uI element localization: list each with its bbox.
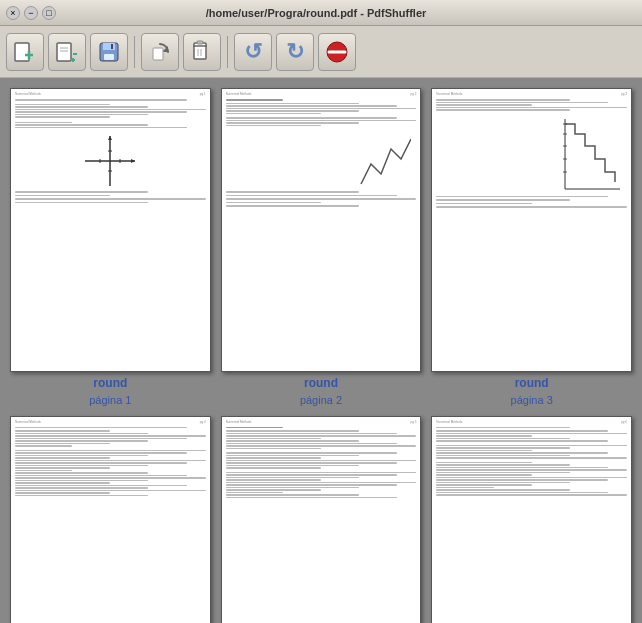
page-thumb-5[interactable]: Numerical Methodspg 5 <box>221 416 422 623</box>
svg-rect-7 <box>103 43 115 50</box>
minimize-button[interactable]: − <box>24 6 38 20</box>
svg-rect-8 <box>104 54 114 60</box>
page-thumb-4[interactable]: Numerical Methodspg 4 <box>10 416 211 623</box>
title-bar: × − □ /home/user/Progra/round.pdf - PdfS… <box>0 0 642 26</box>
page-item-5[interactable]: Numerical Methodspg 5 <box>221 416 422 623</box>
pages-grid: Numerical Methodspg 1 <box>0 78 642 623</box>
add-button[interactable] <box>6 33 44 71</box>
add-end-button[interactable] <box>48 33 86 71</box>
save-button[interactable] <box>90 33 128 71</box>
svg-rect-3 <box>57 43 71 61</box>
close-button[interactable]: × <box>6 6 20 20</box>
separator-1 <box>134 36 135 68</box>
svg-rect-11 <box>153 48 163 60</box>
window-controls[interactable]: × − □ <box>6 6 56 20</box>
svg-marker-20 <box>131 159 135 163</box>
svg-rect-9 <box>111 44 113 49</box>
rotate-cw-button[interactable] <box>141 33 179 71</box>
stop-button[interactable] <box>318 33 356 71</box>
svg-rect-0 <box>15 43 29 61</box>
undo-button[interactable]: ↺ <box>234 33 272 71</box>
redo-button[interactable]: ↻ <box>276 33 314 71</box>
page-item-6[interactable]: Numerical Methodspg 6 <box>431 416 632 623</box>
page-thumb-6[interactable]: Numerical Methodspg 6 <box>431 416 632 623</box>
page-2-name: round <box>304 376 338 390</box>
page-item-3[interactable]: Numerical Methodspg 3 <box>431 88 632 406</box>
page-thumb-3[interactable]: Numerical Methodspg 3 <box>431 88 632 372</box>
maximize-button[interactable]: □ <box>42 6 56 20</box>
page-1-name: round <box>93 376 127 390</box>
window-title: /home/user/Progra/round.pdf - PdfShuffle… <box>56 7 576 19</box>
delete-button[interactable] <box>183 33 221 71</box>
page-item-2[interactable]: Numerical Methodspg 2 <box>221 88 422 406</box>
page-1-label: página 1 <box>89 394 131 406</box>
page-thumb-1[interactable]: Numerical Methodspg 1 <box>10 88 211 372</box>
page-item-4[interactable]: Numerical Methodspg 4 <box>10 416 211 623</box>
toolbar: ↺ ↻ <box>0 26 642 78</box>
page-3-label: página 3 <box>511 394 553 406</box>
page-item-1[interactable]: Numerical Methodspg 1 <box>10 88 211 406</box>
separator-2 <box>227 36 228 68</box>
page-thumb-2[interactable]: Numerical Methodspg 2 <box>221 88 422 372</box>
svg-marker-22 <box>108 136 112 140</box>
svg-rect-14 <box>197 41 203 44</box>
page-2-label: página 2 <box>300 394 342 406</box>
page-3-name: round <box>515 376 549 390</box>
